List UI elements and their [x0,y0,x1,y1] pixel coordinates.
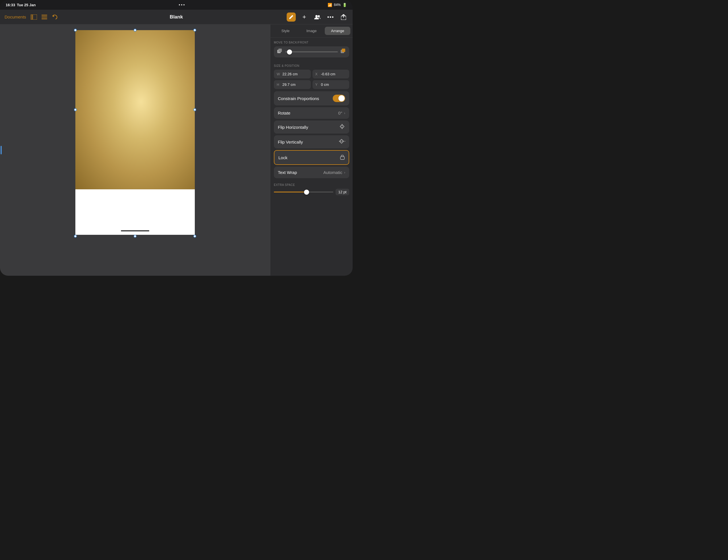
y-label: Y [315,83,319,87]
battery-icon: 🔋 [342,3,347,7]
flip-horizontal-icon [339,124,345,130]
text-wrap-value-group: Automatic › [323,170,345,175]
constrain-proportions-row[interactable]: Constrain Proportions [274,91,349,106]
size-pos-grid: W 22.26 cm X -0.63 cm H 29.7 cm Y 0 cm [274,70,349,89]
y-field[interactable]: Y 0 cm [313,80,349,89]
height-label: H [277,83,281,87]
svg-rect-4 [42,16,47,17]
rotate-row[interactable]: Rotate 0° › [274,107,349,119]
constrain-label: Constrain Proportions [278,96,319,101]
svg-rect-16 [342,49,345,52]
svg-point-9 [328,16,329,18]
rotate-value-group: 0° › [338,111,345,115]
text-wrap-label: Text Wrap [278,170,297,175]
extra-space-slider[interactable] [274,192,333,193]
handle-bottom-left[interactable] [74,235,77,238]
handle-top-left[interactable] [74,29,77,32]
move-section: MOVE TO BACK/FRONT [270,38,353,61]
svg-rect-0 [31,15,33,20]
toolbar: Documents Blank [0,10,353,24]
back-front-slider[interactable] [274,46,349,57]
document-page-golden[interactable] [75,30,195,189]
move-section-label: MOVE TO BACK/FRONT [274,41,349,44]
rotate-chevron-icon: › [344,111,345,115]
collaboration-button[interactable] [313,13,322,22]
handle-bottom-right[interactable] [193,235,196,238]
document-container [75,30,195,235]
extra-space-label: EXTRA SPACE [274,183,349,187]
extra-space-section: EXTRA SPACE 12 pt [270,180,353,199]
more-options-button[interactable] [326,13,335,22]
svg-point-8 [318,15,320,17]
status-dots [179,4,185,5]
back-layers-icon [277,49,282,55]
text-wrap-chevron-icon: › [344,170,345,175]
canvas-area[interactable] [0,24,270,276]
tab-image[interactable]: Image [299,27,324,35]
status-date: Tue 25 Jan [17,3,36,7]
main-content: Style Image Arrange MOVE TO BACK/FRONT [0,24,353,276]
handle-mid-left[interactable] [74,108,77,111]
size-section-label: SIZE & POSITION [274,64,349,67]
handle-top-center[interactable] [134,29,137,32]
width-label: W [277,72,281,76]
wifi-icon: 📶 [328,3,332,7]
x-label: X [315,72,319,76]
svg-rect-14 [278,49,282,52]
toolbar-right: + [233,13,348,22]
svg-rect-3 [42,15,47,16]
handle-mid-right[interactable] [193,108,196,111]
svg-point-11 [332,16,334,18]
svg-point-10 [330,16,331,18]
flip-horizontal-row[interactable]: Flip Horizontally [274,121,349,134]
side-handle-indicator [1,146,2,154]
lock-row[interactable]: Lock [274,150,349,165]
tab-arrange[interactable]: Arrange [325,27,350,35]
extra-space-row: 12 pt [274,189,349,195]
height-value: 29.7 cm [282,82,295,87]
home-indicator [121,230,149,232]
toolbar-left: Documents [5,14,119,20]
toggle-knob [338,95,345,102]
lock-label: Lock [278,155,288,160]
text-wrap-row[interactable]: Text Wrap Automatic › [274,167,349,178]
lock-icon [340,154,345,161]
handle-top-right[interactable] [193,29,196,32]
pencil-button[interactable] [287,13,296,22]
status-right: 📶 84% 🔋 [328,3,347,7]
documents-button[interactable]: Documents [5,15,26,19]
constrain-toggle[interactable] [333,95,345,102]
extra-space-value: 12 pt [336,189,349,195]
add-button[interactable]: + [300,13,309,22]
tab-style[interactable]: Style [273,27,298,35]
width-field[interactable]: W 22.26 cm [274,70,311,79]
extra-space-thumb[interactable] [304,190,309,195]
handle-bottom-center[interactable] [134,235,137,238]
status-time: 16:33 [6,3,15,7]
flip-vertical-icon [339,139,345,145]
document-title: Blank [170,14,183,20]
sidebar-toggle-button[interactable] [31,15,37,20]
x-field[interactable]: X -0.63 cm [313,70,349,79]
width-value: 22.26 cm [282,72,297,76]
y-value: 0 cm [321,82,329,87]
back-front-track[interactable] [285,51,338,52]
tab-bar: Style Image Arrange [270,24,353,38]
share-button[interactable] [339,13,348,22]
document-page-white [75,189,195,235]
back-front-thumb[interactable] [287,49,292,55]
properties-section: Constrain Proportions Rotate 0° › Flip H… [270,91,353,180]
rotate-value: 0° [338,111,342,115]
flip-vertical-row[interactable]: Flip Vertically [274,135,349,148]
svg-rect-5 [42,18,47,19]
battery-level: 84% [334,3,341,7]
flip-h-label: Flip Horizontally [278,125,308,130]
status-bar: 16:33 Tue 25 Jan 📶 84% 🔋 [0,0,353,10]
rotate-label: Rotate [278,111,290,115]
list-view-button[interactable] [42,15,47,19]
undo-button[interactable] [52,14,58,20]
front-layers-icon [341,49,346,55]
height-field[interactable]: H 29.7 cm [274,80,311,89]
svg-rect-19 [340,157,344,160]
x-value: -0.63 cm [321,72,336,76]
